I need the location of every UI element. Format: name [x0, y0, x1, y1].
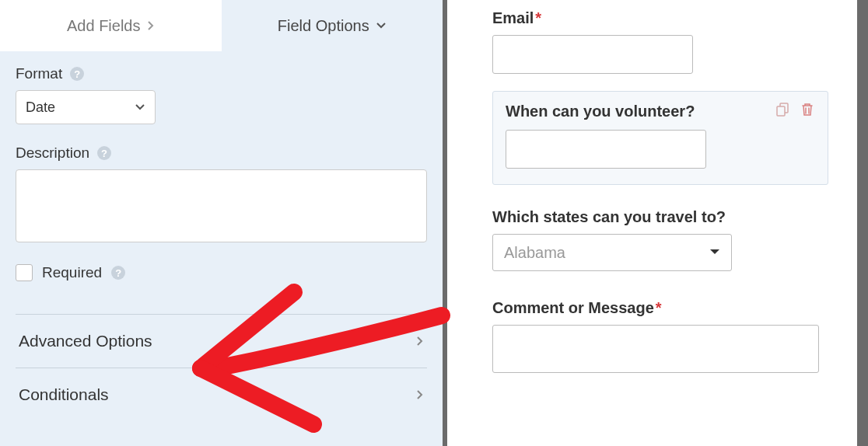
states-select[interactable]: Alabama [492, 234, 732, 271]
help-icon[interactable]: ? [97, 146, 111, 160]
email-input[interactable] [492, 35, 693, 74]
field-options-panel: Format ? Date Description ? Required ? A [0, 51, 443, 421]
format-select[interactable]: Date [16, 90, 156, 124]
states-label: Which states can you travel to? [492, 208, 845, 226]
format-label: Format [16, 65, 62, 82]
required-star-icon: * [656, 299, 662, 316]
comment-label: Comment or Message* [492, 299, 845, 317]
required-label: Required [42, 264, 102, 281]
chevron-right-icon [147, 20, 155, 31]
chevron-right-icon [416, 389, 424, 400]
format-select-value: Date [26, 99, 55, 116]
form-preview: Email* When can you volunteer? Which sta… [447, 0, 868, 446]
chevron-down-icon [376, 22, 387, 30]
sidebar: Add Fields Field Options Format ? Date [0, 0, 447, 446]
description-label: Description [16, 145, 89, 162]
help-icon[interactable]: ? [111, 266, 125, 280]
field-label-text: Email [492, 9, 534, 26]
accordion-conditionals[interactable]: Conditionals [16, 368, 427, 421]
description-label-row: Description ? [16, 145, 427, 162]
states-select-value: Alabama [504, 244, 565, 262]
volunteer-label: When can you volunteer? [506, 103, 815, 120]
email-label: Email* [492, 9, 845, 27]
tab-field-options[interactable]: Field Options [222, 0, 443, 51]
chevron-right-icon [416, 336, 424, 347]
field-actions [776, 103, 817, 118]
chevron-down-icon [135, 103, 145, 111]
help-icon[interactable]: ? [70, 67, 84, 81]
trash-icon[interactable] [801, 103, 817, 118]
accordion-advanced-options[interactable]: Advanced Options [16, 314, 427, 368]
tab-label: Field Options [278, 17, 369, 35]
accordion-label: Advanced Options [19, 332, 152, 350]
caret-down-icon [709, 249, 720, 256]
duplicate-icon[interactable] [776, 103, 792, 118]
required-checkbox[interactable] [16, 264, 33, 281]
volunteer-input[interactable] [506, 130, 706, 169]
required-star-icon: * [535, 9, 541, 26]
comment-input[interactable] [492, 325, 819, 373]
tab-label: Add Fields [67, 17, 141, 35]
format-label-row: Format ? [16, 65, 427, 82]
field-label-text: Comment or Message [492, 299, 654, 316]
volunteer-field-block[interactable]: When can you volunteer? [492, 91, 828, 185]
states-field-block[interactable]: Which states can you travel to? Alabama [492, 208, 845, 271]
accordion-label: Conditionals [19, 385, 109, 404]
email-field-block[interactable]: Email* [492, 9, 845, 74]
comment-field-block[interactable]: Comment or Message* [492, 299, 845, 373]
tab-add-fields[interactable]: Add Fields [0, 0, 222, 51]
required-row: Required ? [16, 264, 427, 281]
description-input[interactable] [16, 169, 427, 242]
tabs: Add Fields Field Options [0, 0, 443, 51]
svg-rect-1 [777, 106, 785, 116]
